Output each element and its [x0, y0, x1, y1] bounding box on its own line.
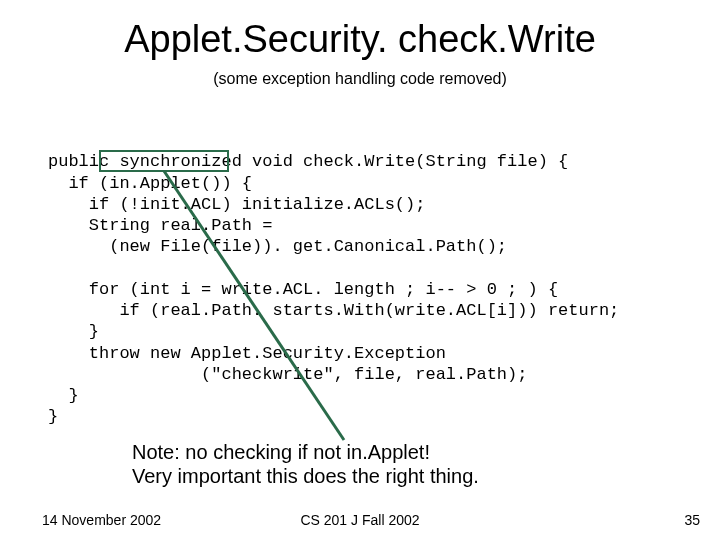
code-line: }	[48, 322, 99, 341]
footer-page-number: 35	[684, 512, 700, 528]
code-line: String real.Path =	[48, 216, 272, 235]
code-line: throw new Applet.Security.Exception	[48, 344, 446, 363]
annotation-note: Note: no checking if not in.Applet! Very…	[132, 440, 479, 488]
code-line: }	[48, 407, 58, 426]
slide-subtitle: (some exception handling code removed)	[0, 70, 720, 88]
code-line: for (int i = write.ACL. length ; i-- > 0…	[48, 280, 558, 299]
code-line: public synchronized void check.Write(Str…	[48, 152, 568, 171]
note-line: Note: no checking if not in.Applet!	[132, 440, 479, 464]
slide-title: Applet.Security. check.Write	[0, 18, 720, 61]
footer-course: CS 201 J Fall 2002	[0, 512, 720, 528]
code-line: (new File(file)). get.Canonical.Path();	[48, 237, 507, 256]
note-line: Very important this does the right thing…	[132, 464, 479, 488]
code-line: if (real.Path. starts.With(write.ACL[i])…	[48, 301, 619, 320]
code-line: ("checkwrite", file, real.Path);	[48, 365, 527, 384]
code-line: if (!init.ACL) initialize.ACLs();	[48, 195, 425, 214]
code-block: public synchronized void check.Write(Str…	[48, 130, 619, 449]
code-line: }	[48, 386, 79, 405]
code-line: if (in.Applet()) {	[48, 174, 252, 193]
